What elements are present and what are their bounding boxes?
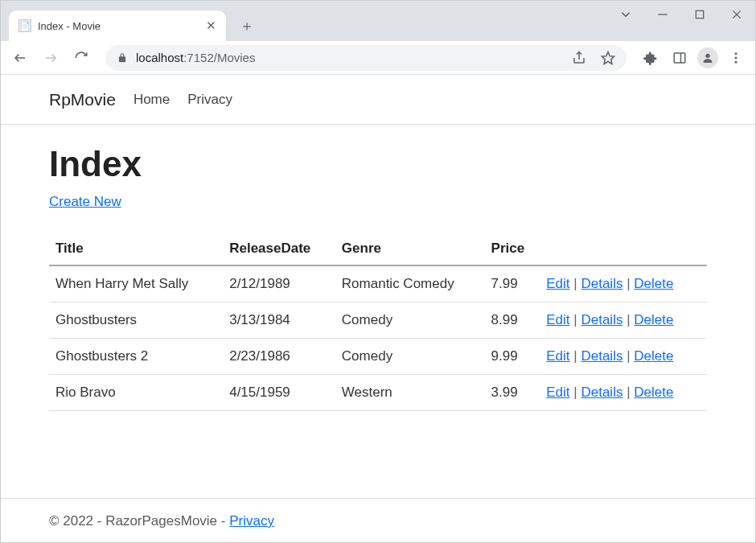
tab-title: Index - Movie: [38, 20, 101, 32]
table-cell: 2/12/1989: [223, 265, 335, 302]
page-title: Index: [49, 144, 707, 184]
table-cell: Rio Bravo: [49, 375, 223, 411]
favicon-icon: 📄: [18, 19, 31, 32]
svg-rect-1: [696, 10, 703, 18]
actions-cell: Edit | Details | Delete: [540, 302, 707, 339]
table-cell: Romantic Comedy: [335, 265, 485, 302]
table-header-row: Title ReleaseDate Genre Price: [49, 232, 707, 265]
edit-link[interactable]: Edit: [546, 348, 569, 364]
window-controls: [607, 1, 755, 28]
table-cell: When Harry Met Sally: [49, 265, 223, 302]
browser-toolbar: localhost:7152/Movies: [1, 41, 755, 75]
svg-point-12: [735, 56, 738, 59]
browser-tab[interactable]: 📄 Index - Movie ✕: [9, 10, 226, 41]
toolbar-right: [638, 45, 749, 71]
url-text: localhost:7152/Movies: [136, 51, 564, 64]
extensions-icon[interactable]: [638, 45, 664, 71]
edit-link[interactable]: Edit: [546, 385, 569, 400]
actions-cell: Edit | Details | Delete: [540, 339, 707, 375]
page-content: Index Create New Title ReleaseDate Genre…: [1, 125, 755, 498]
table-cell: 2/23/1986: [223, 339, 335, 375]
delete-link[interactable]: Delete: [634, 348, 673, 364]
delete-link[interactable]: Delete: [634, 276, 673, 291]
forward-button[interactable]: [38, 45, 64, 71]
details-link[interactable]: Details: [581, 276, 622, 291]
table-cell: 7.99: [485, 265, 540, 302]
new-tab-button[interactable]: ＋: [236, 14, 258, 37]
table-cell: Western: [335, 375, 485, 411]
delete-link[interactable]: Delete: [634, 312, 673, 327]
edit-link[interactable]: Edit: [546, 276, 569, 291]
table-row: When Harry Met Sally2/12/1989Romantic Co…: [49, 265, 707, 302]
table-cell: Ghostbusters: [49, 302, 223, 339]
actions-cell: Edit | Details | Delete: [540, 265, 707, 302]
brand[interactable]: RpMovie: [49, 90, 116, 109]
back-button[interactable]: [7, 45, 33, 71]
table-cell: 3.99: [485, 375, 540, 411]
details-link[interactable]: Details: [581, 312, 622, 327]
nav-privacy[interactable]: Privacy: [187, 92, 232, 108]
table-row: Rio Bravo4/15/1959Western3.99Edit | Deta…: [49, 375, 707, 411]
app-navbar: RpMovie Home Privacy: [1, 75, 755, 125]
edit-link[interactable]: Edit: [546, 312, 569, 327]
table-cell: Comedy: [335, 302, 485, 339]
table-cell: Ghostbusters 2: [49, 339, 223, 375]
delete-link[interactable]: Delete: [634, 385, 673, 400]
footer-text: © 2022 - RazorPagesMovie -: [49, 513, 229, 529]
share-icon[interactable]: [572, 51, 586, 65]
table-row: Ghostbusters3/13/1984Comedy8.99Edit | De…: [49, 302, 707, 339]
star-icon[interactable]: [601, 51, 615, 65]
table-cell: 4/15/1959: [223, 375, 335, 411]
page-viewport: RpMovie Home Privacy Index Create New Ti…: [1, 75, 755, 543]
th-actions: [540, 232, 707, 265]
th-genre: Genre: [335, 232, 485, 265]
address-bar[interactable]: localhost:7152/Movies: [105, 45, 627, 71]
table-cell: 3/13/1984: [223, 302, 335, 339]
tab-close-icon[interactable]: ✕: [206, 19, 216, 33]
table-cell: 9.99: [485, 339, 540, 375]
svg-point-11: [735, 52, 738, 55]
browser-titlebar: 📄 Index - Movie ✕ ＋: [1, 1, 755, 41]
footer-privacy-link[interactable]: Privacy: [229, 513, 274, 529]
details-link[interactable]: Details: [581, 385, 622, 400]
create-new-link[interactable]: Create New: [49, 194, 121, 209]
nav-home[interactable]: Home: [134, 92, 170, 108]
page-footer: © 2022 - RazorPagesMovie - Privacy: [1, 498, 755, 543]
menu-icon[interactable]: [723, 45, 749, 71]
th-title: Title: [49, 232, 223, 265]
movies-table: Title ReleaseDate Genre Price When Harry…: [49, 232, 707, 411]
lock-icon: [117, 52, 128, 64]
th-release-date: ReleaseDate: [223, 232, 335, 265]
table-cell: Comedy: [335, 339, 485, 375]
actions-cell: Edit | Details | Delete: [540, 375, 707, 411]
table-cell: 8.99: [485, 302, 540, 339]
svg-point-10: [705, 53, 709, 57]
svg-point-13: [735, 60, 738, 63]
reload-button[interactable]: [68, 45, 94, 71]
maximize-button[interactable]: [681, 1, 718, 28]
close-window-button[interactable]: [718, 1, 755, 28]
minimize-button[interactable]: [644, 1, 681, 28]
chevron-down-icon[interactable]: [607, 1, 644, 28]
th-price: Price: [485, 232, 540, 265]
svg-marker-7: [602, 51, 614, 64]
sidepanel-icon[interactable]: [667, 45, 692, 71]
svg-rect-8: [674, 53, 685, 63]
details-link[interactable]: Details: [581, 348, 622, 364]
table-row: Ghostbusters 22/23/1986Comedy9.99Edit | …: [49, 339, 707, 375]
profile-avatar[interactable]: [697, 47, 718, 68]
